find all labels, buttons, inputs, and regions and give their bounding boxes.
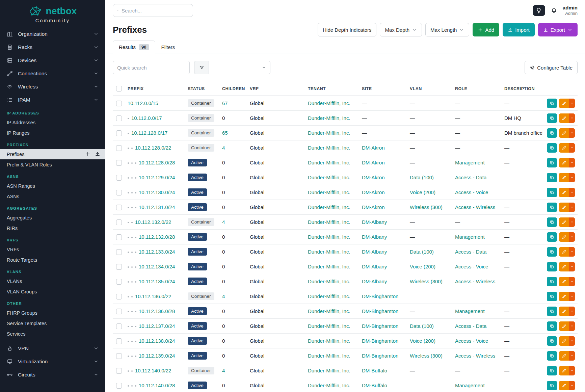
tenant-link[interactable]: Dunder-Mifflin, Inc. — [308, 234, 350, 240]
row-checkbox[interactable] — [116, 279, 122, 285]
edit-button[interactable] — [559, 128, 569, 138]
tenant-link[interactable]: Dunder-Mifflin, Inc. — [308, 115, 350, 121]
sidebar-item-vpn[interactable]: VPN — [0, 342, 105, 355]
tenant-link[interactable]: Dunder-Mifflin, Inc. — [308, 175, 350, 180]
edit-dropdown-toggle[interactable] — [569, 143, 575, 153]
edit-dropdown-toggle[interactable] — [569, 351, 575, 361]
edit-dropdown-toggle[interactable] — [569, 247, 575, 257]
row-checkbox[interactable] — [116, 101, 122, 106]
export-dropdown[interactable]: Export — [538, 23, 578, 36]
prefix-link[interactable]: 10.112.134.0/24 — [139, 264, 175, 269]
edit-button[interactable] — [559, 381, 569, 390]
sidebar-item-aggregates[interactable]: Aggregates — [0, 212, 105, 223]
row-checkbox[interactable] — [116, 323, 122, 329]
row-checkbox[interactable] — [116, 383, 122, 389]
column-header-children[interactable]: CHILDREN — [219, 82, 247, 96]
sidebar-item-connections[interactable]: Connections — [0, 67, 105, 80]
sidebar-item-vlans[interactable]: VLANs — [0, 276, 105, 286]
row-checkbox[interactable] — [116, 353, 122, 359]
tenant-link[interactable]: Dunder-Mifflin, Inc. — [308, 145, 350, 151]
vlan-link[interactable]: Wireless (300) — [410, 353, 443, 359]
prefix-link[interactable]: 10.112.128.0/28 — [139, 160, 175, 165]
prefix-link[interactable]: 10.112.0.0/15 — [128, 100, 158, 106]
site-link[interactable]: DM-Albany — [362, 279, 387, 284]
vlan-link[interactable]: Wireless (300) — [410, 204, 443, 210]
vlan-link[interactable]: Voice (200) — [410, 189, 435, 195]
tenant-link[interactable]: Dunder-Mifflin, Inc. — [308, 308, 350, 314]
sidebar-item-virtualization[interactable]: Virtualization — [0, 355, 105, 368]
role-link[interactable]: Management — [455, 308, 485, 314]
user-menu[interactable]: admin Admin — [563, 5, 578, 16]
prefix-link[interactable]: 10.112.129.0/24 — [139, 175, 175, 180]
clone-button[interactable] — [547, 232, 557, 242]
clone-button[interactable] — [547, 321, 557, 331]
clone-button[interactable] — [547, 158, 557, 167]
children-count[interactable]: 4 — [222, 293, 225, 299]
edit-dropdown-toggle[interactable] — [569, 173, 575, 182]
max-length-dropdown[interactable]: Max Length — [425, 23, 469, 36]
site-link[interactable]: DM-Akron — [362, 175, 385, 180]
configure-table-button[interactable]: Configure Table — [525, 61, 578, 74]
prefix-link[interactable]: 10.112.140.0/28 — [139, 383, 175, 388]
role-link[interactable]: Management — [455, 234, 485, 240]
row-checkbox[interactable] — [116, 234, 122, 240]
children-count[interactable]: 67 — [222, 100, 228, 106]
sidebar-item-organization[interactable]: Organization — [0, 27, 105, 41]
tenant-link[interactable]: Dunder-Mifflin, Inc. — [308, 264, 350, 269]
clone-button[interactable] — [547, 217, 557, 227]
edit-button[interactable] — [559, 173, 569, 182]
tenant-link[interactable]: Dunder-Mifflin, Inc. — [308, 204, 350, 210]
tenant-link[interactable]: Dunder-Mifflin, Inc. — [308, 249, 350, 255]
clone-button[interactable] — [547, 381, 557, 390]
edit-dropdown-toggle[interactable] — [569, 232, 575, 242]
sidebar-item-racks[interactable]: Racks — [0, 41, 105, 54]
column-header-vrf[interactable]: VRF — [247, 82, 305, 96]
tenant-link[interactable]: Dunder-Mifflin, Inc. — [308, 279, 350, 284]
sidebar-item-prefixes[interactable]: Prefixes — [0, 149, 105, 159]
sidebar-item-vlan-groups[interactable]: VLAN Groups — [0, 286, 105, 297]
add-button[interactable]: Add — [473, 23, 499, 36]
site-link[interactable]: DM-Binghamton — [362, 293, 398, 299]
sidebar-item-route-targets[interactable]: Route Targets — [0, 255, 105, 265]
tenant-link[interactable]: Dunder-Mifflin, Inc. — [308, 219, 350, 225]
tab-results[interactable]: Results 90 — [113, 41, 155, 53]
role-link[interactable]: Access - Voice — [455, 338, 488, 344]
clone-button[interactable] — [547, 203, 557, 212]
clone-button[interactable] — [547, 247, 557, 257]
edit-button[interactable] — [559, 143, 569, 153]
edit-dropdown-toggle[interactable] — [569, 188, 575, 197]
site-link[interactable]: DM-Akron — [362, 189, 385, 195]
prefix-link[interactable]: 10.112.138.0/24 — [139, 338, 175, 344]
edit-dropdown-toggle[interactable] — [569, 366, 575, 375]
row-checkbox[interactable] — [116, 249, 122, 255]
vlan-link[interactable]: Voice (200) — [410, 338, 435, 344]
row-checkbox[interactable] — [116, 130, 122, 136]
site-link[interactable]: DM-Binghamton — [362, 308, 398, 314]
column-header-tenant[interactable]: TENANT — [305, 82, 359, 96]
edit-dropdown-toggle[interactable] — [569, 113, 575, 123]
clone-button[interactable] — [547, 366, 557, 375]
row-checkbox[interactable] — [116, 115, 122, 121]
edit-button[interactable] — [559, 321, 569, 331]
role-link[interactable]: Access - Voice — [455, 264, 488, 269]
site-link[interactable]: DM-Binghamton — [362, 323, 398, 329]
site-link[interactable]: DM-Albany — [362, 264, 387, 269]
edit-button[interactable] — [559, 292, 569, 301]
site-link[interactable]: DM-Akron — [362, 160, 385, 165]
row-checkbox[interactable] — [116, 264, 122, 270]
column-header-prefix[interactable]: PREFIX — [125, 82, 185, 96]
role-link[interactable]: Access - Voice — [455, 189, 488, 195]
prefix-link[interactable]: 10.112.128.0/22 — [135, 145, 171, 151]
tab-filters[interactable]: Filters — [155, 41, 181, 53]
sidebar-item-prefix-vlan-roles[interactable]: Prefix & VLAN Roles — [0, 159, 105, 170]
column-header-description[interactable]: DESCRIPTION — [502, 82, 542, 96]
edit-button[interactable] — [559, 99, 569, 108]
edit-dropdown-toggle[interactable] — [569, 277, 575, 286]
clone-button[interactable] — [547, 277, 557, 286]
sidebar-item-ip-addresses[interactable]: IP Addresses — [0, 117, 105, 128]
row-checkbox[interactable] — [116, 368, 122, 374]
tenant-link[interactable]: Dunder-Mifflin, Inc. — [308, 130, 350, 136]
sidebar-item-wireless[interactable]: Wireless — [0, 80, 105, 93]
edit-button[interactable] — [559, 188, 569, 197]
tenant-link[interactable]: Dunder-Mifflin, Inc. — [308, 293, 350, 299]
